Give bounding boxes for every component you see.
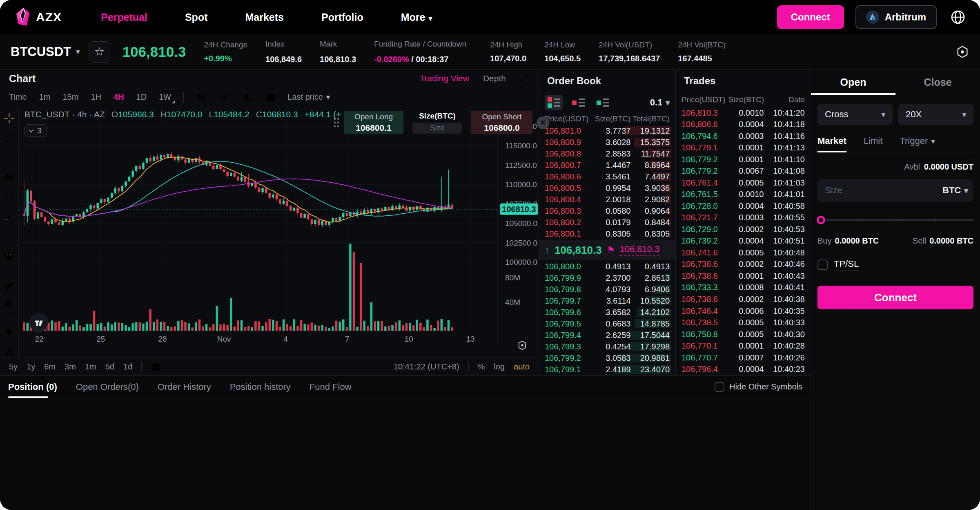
orderbook-bid-row[interactable]: 106,799.92.37002.8613 [539, 272, 675, 284]
orderbook-ask-row[interactable]: 106,800.82.858311.7547 [539, 148, 675, 159]
crosshair-icon[interactable] [4, 113, 15, 124]
legend-collapse-button[interactable]: 3 [24, 124, 47, 137]
tpsl-label[interactable]: TP/SL [834, 259, 859, 271]
interval-1d[interactable]: 1D [136, 92, 147, 102]
drawing-lock-icon[interactable] [4, 347, 15, 358]
log-scale-button[interactable]: log [494, 362, 505, 371]
open-long-button[interactable]: Open Long 106800.1 [344, 111, 403, 134]
range-3m[interactable]: 3m [65, 362, 76, 371]
nav-item-markets[interactable]: Markets [245, 11, 284, 23]
camera-icon[interactable] [265, 92, 275, 103]
expand-icon[interactable] [520, 74, 530, 83]
price-source-dropdown[interactable]: Last price▾ [287, 92, 330, 102]
tab-market[interactable]: Market [817, 136, 846, 152]
interval-15m[interactable]: 15m [63, 92, 79, 102]
fib-retracement-icon[interactable] [4, 152, 15, 163]
hide-other-symbols-checkbox[interactable] [715, 382, 724, 392]
orderbook-mid-price[interactable]: ↑ 106,810.3 ⚑ 106,810.3 [539, 240, 675, 260]
orderbook-bid-row[interactable]: 106,799.42.625917.5044 [539, 329, 675, 341]
interval-4h[interactable]: 4H [114, 92, 124, 102]
tab-position-history[interactable]: Position history [230, 376, 291, 398]
nav-item-spot[interactable]: Spot [185, 11, 208, 23]
nav-item-more[interactable]: More▾ [401, 11, 432, 23]
book-view-asks-icon[interactable] [569, 95, 587, 110]
go-to-date-icon[interactable] [151, 361, 161, 372]
size-input[interactable] [825, 185, 942, 196]
mark-price-link[interactable]: 106,810.3 [619, 244, 659, 256]
percent-scale-button[interactable]: % [478, 362, 485, 371]
clock-utc[interactable]: 10:41:22 (UTC+8) [394, 362, 459, 371]
text-tool-icon[interactable] [4, 230, 15, 242]
indicators-icon[interactable] [219, 92, 229, 103]
ruler-icon[interactable] [4, 279, 15, 290]
tab-trading-view[interactable]: Trading View [420, 74, 469, 83]
orderbook-ask-row[interactable]: 106,800.93.602815.3575 [539, 136, 675, 148]
volume-columns-icon[interactable] [242, 92, 252, 103]
orderbook-bid-row[interactable]: 106,799.84.07936.9406 [539, 284, 675, 295]
tab-depth[interactable]: Depth [483, 74, 506, 83]
auto-scale-button[interactable]: auto [514, 362, 530, 371]
orderbook-bid-row[interactable]: 106,799.12.418923.4070 [539, 364, 675, 375]
zoom-in-icon[interactable] [4, 298, 15, 309]
orderbook-ask-row[interactable]: 106,800.10.83050.8305 [539, 228, 675, 239]
orderbook-ask-row[interactable]: 106,801.03.773719.1312 [539, 125, 675, 136]
settings-gear-icon[interactable] [956, 45, 969, 59]
brush-icon[interactable] [4, 211, 15, 222]
tradingview-logo[interactable] [29, 313, 48, 332]
orderbook-ask-row[interactable]: 106,800.20.01790.8484 [539, 217, 675, 228]
orderbook-bid-row[interactable]: 106,799.23.058320.9881 [539, 352, 675, 364]
orderbook-ask-row[interactable]: 106,800.50.99543.9036 [539, 182, 675, 194]
range-6m[interactable]: 6m [44, 362, 56, 371]
range-5y[interactable]: 5y [9, 362, 18, 371]
xabcd-pattern-icon[interactable] [4, 172, 15, 183]
size-unit-dropdown[interactable]: BTC▾ [942, 185, 968, 196]
orderbook-bid-row[interactable]: 106,799.73.611410.5520 [539, 295, 675, 306]
chart-canvas[interactable]: 117500.0115000.0112500.0110000.0107500.0… [19, 106, 539, 346]
orderbook-bid-row[interactable]: 106,799.50.668314.8785 [539, 318, 675, 329]
book-view-bids-icon[interactable] [594, 95, 612, 110]
leverage-select[interactable]: 20X▾ [898, 104, 973, 125]
nav-item-perpetual[interactable]: Perpetual [101, 11, 147, 23]
connect-button[interactable]: Connect [777, 5, 844, 29]
interval-1w[interactable]: 1W [159, 92, 171, 102]
brand[interactable]: AZX [15, 7, 62, 27]
candle-style-icon[interactable] [196, 92, 207, 103]
orderbook-bid-row[interactable]: 106,800.00.49130.4913 [539, 261, 675, 272]
orderbook-ask-row[interactable]: 106,800.63.54617.4497 [539, 171, 675, 182]
tab-open[interactable]: Open [811, 69, 895, 95]
orderbook-ask-row[interactable]: 106,800.71.44678.8964 [539, 159, 675, 171]
tab-open-orders[interactable]: Open Orders(0) [76, 376, 139, 398]
interval-1m[interactable]: 1m [39, 92, 51, 102]
axis-settings-gear-icon[interactable] [517, 340, 528, 351]
network-button[interactable]: Arbitrum [855, 5, 937, 29]
symbol-selector[interactable]: BTCUSDT ▾ [11, 45, 80, 59]
slider-handle[interactable] [817, 216, 825, 224]
tab-close[interactable]: Close [895, 69, 980, 95]
orderbook-ask-row[interactable]: 106,800.42.00182.9082 [539, 194, 675, 205]
interval-1h[interactable]: 1H [91, 92, 101, 102]
size-slider[interactable] [817, 216, 973, 224]
widget-size-input[interactable] [412, 123, 462, 134]
precision-dropdown[interactable]: 0.1▾ [650, 97, 670, 108]
range-1d[interactable]: 1d [123, 362, 132, 371]
drag-handle-icon[interactable] [334, 111, 339, 134]
range-1m[interactable]: 1m [85, 362, 96, 371]
margin-mode-select[interactable]: Cross▾ [817, 104, 893, 125]
projection-icon[interactable] [4, 191, 15, 202]
close-icon[interactable]: ✕ [537, 116, 549, 129]
orderbook-ask-row[interactable]: 106,800.30.05800.9064 [539, 205, 675, 217]
tab-trigger[interactable]: Trigger▾ [900, 136, 935, 152]
tab-order-history[interactable]: Order History [158, 376, 211, 398]
tab-position[interactable]: Position (0) [8, 376, 57, 398]
orderbook-bid-row[interactable]: 106,799.63.658214.2102 [539, 306, 675, 318]
magnet-icon[interactable] [4, 327, 15, 338]
trend-line-icon[interactable] [4, 132, 15, 143]
book-view-both-icon[interactable] [545, 95, 563, 110]
range-1y[interactable]: 1y [27, 362, 35, 371]
favorite-star-button[interactable]: ☆ [89, 41, 110, 63]
nav-item-portfolio[interactable]: Portfolio [321, 11, 363, 23]
emoji-tool-icon[interactable] [4, 250, 15, 261]
connect-wallet-button[interactable]: Connect [817, 286, 973, 309]
range-5d[interactable]: 5d [105, 362, 114, 371]
open-short-button[interactable]: Open Short 106800.0 [471, 111, 532, 134]
